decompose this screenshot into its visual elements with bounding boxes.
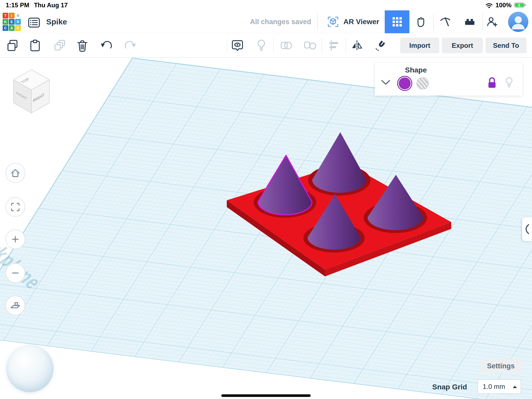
list-icon — [27, 16, 41, 29]
divider — [317, 14, 318, 30]
bulb-icon — [503, 75, 515, 89]
copy-icon — [6, 39, 19, 52]
fit-view-icon — [10, 201, 21, 213]
duplicate-button[interactable] — [52, 38, 67, 53]
pickaxe-icon — [438, 15, 452, 29]
plus-icon — [10, 234, 21, 245]
caret-up-icon — [513, 386, 517, 388]
shape-inspector-panel: Shape — [375, 63, 522, 96]
divider — [273, 38, 274, 52]
cone-shape[interactable] — [312, 132, 366, 193]
redo-button[interactable] — [123, 38, 137, 53]
visibility-toggle-button[interactable] — [503, 75, 515, 90]
undo-button[interactable] — [99, 38, 114, 53]
perspective-toggle-button[interactable] — [5, 296, 25, 315]
divider — [345, 38, 346, 52]
ios-status-bar: 1:15 PM Thu Aug 17 100% — [0, 0, 532, 10]
ar-viewer-button[interactable]: AR Viewer — [324, 10, 381, 33]
status-time: 1:15 PM — [6, 2, 29, 9]
snap-grid-value: 1.0 mm — [483, 383, 505, 391]
wifi-icon — [485, 2, 493, 8]
home-view-button[interactable] — [5, 163, 25, 183]
export-button[interactable]: Export — [442, 38, 483, 53]
snap-grid-label: Snap Grid — [432, 383, 467, 391]
person-add-icon — [486, 15, 499, 29]
send-to-button[interactable]: Send To — [486, 38, 527, 53]
magnet-button[interactable] — [373, 38, 388, 53]
design-title: Spike — [46, 17, 67, 26]
hand-icon — [414, 15, 428, 29]
mirror-button[interactable] — [350, 38, 364, 53]
ungroup-icon — [303, 39, 316, 52]
group-icon — [279, 39, 293, 52]
fit-view-button[interactable] — [5, 197, 25, 217]
brick-icon — [463, 15, 477, 29]
brick-export-button[interactable] — [463, 15, 477, 29]
sidebar-collapse-tab[interactable] — [522, 217, 532, 241]
ungroup-button[interactable] — [302, 38, 317, 53]
collapse-panel-button[interactable] — [381, 79, 390, 87]
zoom-out-button[interactable] — [5, 263, 25, 283]
edit-toolbar: Import Export Send To — [0, 33, 532, 58]
hole-material-swatch[interactable] — [416, 77, 429, 90]
ar-cube-icon — [326, 15, 340, 29]
lock-toggle-button[interactable] — [487, 76, 497, 90]
home-icon — [10, 167, 21, 179]
eye-pin-icon — [231, 39, 244, 52]
minecraft-export-button[interactable] — [438, 15, 453, 29]
magnet-icon — [374, 39, 387, 52]
solid-color-swatch[interactable] — [397, 76, 412, 91]
ar-viewer-label: AR Viewer — [343, 18, 379, 26]
add-collaborator-button[interactable] — [485, 15, 500, 29]
design-menu-button[interactable] — [27, 16, 41, 30]
tinkercad-logo[interactable]: T I N K E R C A D — [3, 13, 21, 31]
divider — [433, 14, 434, 30]
trash-icon — [76, 39, 89, 52]
minus-icon — [10, 267, 21, 279]
grid-view-button[interactable] — [385, 10, 409, 33]
show-all-button[interactable] — [254, 38, 269, 53]
divider — [483, 14, 483, 30]
bulb-icon — [255, 39, 268, 52]
chevron-down-icon — [381, 79, 390, 86]
lock-icon — [487, 76, 497, 89]
grid-icon — [390, 15, 404, 29]
import-button[interactable]: Import — [400, 38, 439, 53]
shape-panel-title: Shape — [405, 66, 522, 74]
settings-button[interactable]: Settings — [479, 359, 522, 373]
align-button[interactable] — [327, 38, 341, 53]
status-date: Thu Aug 17 — [34, 2, 68, 9]
view-cube[interactable]: TOP FRONT RIGHT — [0, 58, 57, 117]
model-scene — [0, 58, 532, 399]
delete-button[interactable] — [75, 38, 90, 53]
save-status: All changes saved — [250, 18, 311, 26]
divider — [227, 38, 227, 52]
mirror-icon — [350, 39, 364, 52]
duplicate-icon — [53, 39, 66, 52]
zoom-in-button[interactable] — [5, 229, 25, 249]
snap-grid-dropdown[interactable]: 1.0 mm — [477, 379, 521, 394]
copy-button[interactable] — [5, 38, 20, 53]
hide-selected-button[interactable] — [230, 38, 245, 53]
person-icon — [508, 12, 528, 32]
assistive-touch-button[interactable] — [6, 345, 54, 392]
profile-avatar[interactable] — [508, 12, 528, 32]
design-canvas[interactable]: Workplane TOP FRONT RIGHT — [0, 58, 532, 399]
battery-icon — [514, 2, 526, 8]
group-button[interactable] — [279, 38, 293, 53]
home-indicator[interactable] — [221, 394, 311, 397]
redo-icon — [123, 39, 137, 52]
app-bar: T I N K E R C A D Spike All changes save… — [0, 10, 532, 33]
chevron-left-icon — [522, 223, 532, 236]
workplane-box-icon — [10, 300, 21, 311]
hand-tool-button[interactable] — [414, 15, 428, 29]
paste-icon — [28, 39, 42, 52]
align-icon — [327, 39, 341, 52]
battery-percent: 100% — [496, 2, 511, 9]
paste-button[interactable] — [28, 38, 42, 53]
divider — [322, 38, 322, 52]
undo-icon — [100, 39, 114, 52]
